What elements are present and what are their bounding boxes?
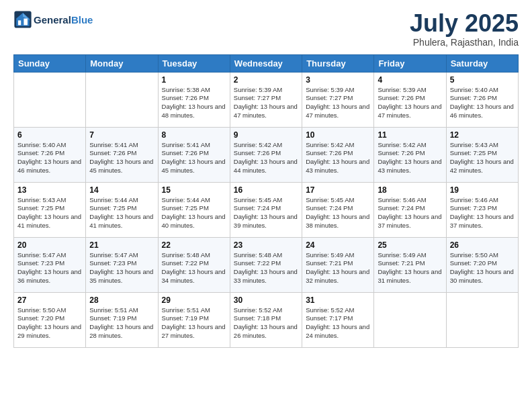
day-number: 14 [89,185,154,195]
day-cell: 21Sunrise: 5:47 AM Sunset: 7:23 PM Dayli… [86,237,158,292]
day-number: 21 [89,240,154,250]
day-cell: 5Sunrise: 5:40 AM Sunset: 7:26 PM Daylig… [446,72,518,127]
day-cell: 24Sunrise: 5:49 AM Sunset: 7:21 PM Dayli… [302,237,374,292]
col-header-friday: Friday [374,54,446,72]
day-cell: 14Sunrise: 5:44 AM Sunset: 7:25 PM Dayli… [86,182,158,237]
day-cell [86,72,158,127]
day-info: Sunrise: 5:39 AM Sunset: 7:27 PM Dayligh… [306,86,370,120]
week-row-4: 20Sunrise: 5:47 AM Sunset: 7:23 PM Dayli… [14,237,519,292]
day-info: Sunrise: 5:48 AM Sunset: 7:22 PM Dayligh… [234,251,298,285]
day-number: 3 [306,75,370,85]
day-cell: 2Sunrise: 5:39 AM Sunset: 7:27 PM Daylig… [230,72,302,127]
day-info: Sunrise: 5:40 AM Sunset: 7:26 PM Dayligh… [17,141,82,175]
day-cell: 10Sunrise: 5:42 AM Sunset: 7:26 PM Dayli… [302,127,374,182]
day-cell: 27Sunrise: 5:50 AM Sunset: 7:20 PM Dayli… [14,292,86,347]
week-row-1: 1Sunrise: 5:38 AM Sunset: 7:26 PM Daylig… [14,72,519,127]
day-number: 15 [162,185,226,195]
day-number: 8 [162,130,226,140]
day-number: 30 [234,295,298,305]
day-info: Sunrise: 5:51 AM Sunset: 7:19 PM Dayligh… [89,306,154,340]
month-title: July 2025 [410,10,519,37]
day-number: 24 [306,240,370,250]
day-cell: 30Sunrise: 5:52 AM Sunset: 7:18 PM Dayli… [230,292,302,347]
day-cell: 25Sunrise: 5:49 AM Sunset: 7:21 PM Dayli… [374,237,446,292]
day-info: Sunrise: 5:45 AM Sunset: 7:24 PM Dayligh… [234,196,298,230]
day-info: Sunrise: 5:44 AM Sunset: 7:25 PM Dayligh… [89,196,154,230]
day-cell: 7Sunrise: 5:41 AM Sunset: 7:26 PM Daylig… [86,127,158,182]
day-info: Sunrise: 5:42 AM Sunset: 7:26 PM Dayligh… [234,141,298,175]
day-number: 16 [234,185,298,195]
day-info: Sunrise: 5:48 AM Sunset: 7:22 PM Dayligh… [162,251,226,285]
day-info: Sunrise: 5:42 AM Sunset: 7:26 PM Dayligh… [306,141,370,175]
logo: GeneralBlue [13,10,93,29]
day-info: Sunrise: 5:49 AM Sunset: 7:21 PM Dayligh… [306,251,370,285]
day-number: 5 [450,75,515,85]
day-number: 25 [378,240,442,250]
day-info: Sunrise: 5:41 AM Sunset: 7:26 PM Dayligh… [162,141,226,175]
day-info: Sunrise: 5:44 AM Sunset: 7:25 PM Dayligh… [162,196,226,230]
day-number: 31 [306,295,370,305]
week-row-5: 27Sunrise: 5:50 AM Sunset: 7:20 PM Dayli… [14,292,519,347]
day-number: 13 [17,185,82,195]
day-number: 12 [450,130,515,140]
day-cell: 12Sunrise: 5:43 AM Sunset: 7:25 PM Dayli… [446,127,518,182]
day-number: 9 [234,130,298,140]
day-number: 27 [17,295,82,305]
day-number: 10 [306,130,370,140]
logo-icon [13,10,32,29]
day-cell: 29Sunrise: 5:51 AM Sunset: 7:19 PM Dayli… [158,292,230,347]
calendar: SundayMondayTuesdayWednesdayThursdayFrid… [13,54,519,348]
svg-rect-3 [18,20,21,25]
day-cell [14,72,86,127]
day-number: 2 [234,75,298,85]
day-info: Sunrise: 5:42 AM Sunset: 7:26 PM Dayligh… [378,141,442,175]
day-number: 18 [378,185,442,195]
day-info: Sunrise: 5:43 AM Sunset: 7:25 PM Dayligh… [450,141,515,175]
day-cell: 6Sunrise: 5:40 AM Sunset: 7:26 PM Daylig… [14,127,86,182]
day-cell: 19Sunrise: 5:46 AM Sunset: 7:23 PM Dayli… [446,182,518,237]
day-cell: 9Sunrise: 5:42 AM Sunset: 7:26 PM Daylig… [230,127,302,182]
day-cell: 31Sunrise: 5:52 AM Sunset: 7:17 PM Dayli… [302,292,374,347]
day-cell: 4Sunrise: 5:39 AM Sunset: 7:26 PM Daylig… [374,72,446,127]
col-header-sunday: Sunday [14,54,86,72]
day-cell: 17Sunrise: 5:45 AM Sunset: 7:24 PM Dayli… [302,182,374,237]
day-number: 17 [306,185,370,195]
day-number: 6 [17,130,82,140]
day-number: 19 [450,185,515,195]
day-cell: 8Sunrise: 5:41 AM Sunset: 7:26 PM Daylig… [158,127,230,182]
col-header-monday: Monday [86,54,158,72]
day-cell: 13Sunrise: 5:43 AM Sunset: 7:25 PM Dayli… [14,182,86,237]
day-cell: 28Sunrise: 5:51 AM Sunset: 7:19 PM Dayli… [86,292,158,347]
day-number: 7 [89,130,154,140]
day-info: Sunrise: 5:49 AM Sunset: 7:21 PM Dayligh… [378,251,442,285]
col-header-tuesday: Tuesday [158,54,230,72]
day-info: Sunrise: 5:41 AM Sunset: 7:26 PM Dayligh… [89,141,154,175]
day-info: Sunrise: 5:51 AM Sunset: 7:19 PM Dayligh… [162,306,226,340]
day-cell: 23Sunrise: 5:48 AM Sunset: 7:22 PM Dayli… [230,237,302,292]
day-number: 1 [162,75,226,85]
header: GeneralBlue July 2025 Phulera, Rajasthan… [13,10,519,48]
day-info: Sunrise: 5:46 AM Sunset: 7:24 PM Dayligh… [378,196,442,230]
day-cell [446,292,518,347]
day-info: Sunrise: 5:45 AM Sunset: 7:24 PM Dayligh… [306,196,370,230]
logo-text: GeneralBlue [34,14,93,26]
day-info: Sunrise: 5:52 AM Sunset: 7:17 PM Dayligh… [306,306,370,340]
day-cell: 15Sunrise: 5:44 AM Sunset: 7:25 PM Dayli… [158,182,230,237]
day-cell: 22Sunrise: 5:48 AM Sunset: 7:22 PM Dayli… [158,237,230,292]
day-number: 20 [17,240,82,250]
location: Phulera, Rajasthan, India [410,37,519,48]
day-info: Sunrise: 5:50 AM Sunset: 7:20 PM Dayligh… [450,251,515,285]
day-cell: 1Sunrise: 5:38 AM Sunset: 7:26 PM Daylig… [158,72,230,127]
col-header-thursday: Thursday [302,54,374,72]
day-info: Sunrise: 5:40 AM Sunset: 7:26 PM Dayligh… [450,86,515,120]
week-row-3: 13Sunrise: 5:43 AM Sunset: 7:25 PM Dayli… [14,182,519,237]
day-info: Sunrise: 5:46 AM Sunset: 7:23 PM Dayligh… [450,196,515,230]
calendar-header-row: SundayMondayTuesdayWednesdayThursdayFrid… [14,54,519,72]
day-info: Sunrise: 5:38 AM Sunset: 7:26 PM Dayligh… [162,86,226,120]
day-cell: 20Sunrise: 5:47 AM Sunset: 7:23 PM Dayli… [14,237,86,292]
col-header-wednesday: Wednesday [230,54,302,72]
day-info: Sunrise: 5:47 AM Sunset: 7:23 PM Dayligh… [17,251,82,285]
day-number: 29 [162,295,226,305]
title-block: July 2025 Phulera, Rajasthan, India [410,10,519,48]
week-row-2: 6Sunrise: 5:40 AM Sunset: 7:26 PM Daylig… [14,127,519,182]
